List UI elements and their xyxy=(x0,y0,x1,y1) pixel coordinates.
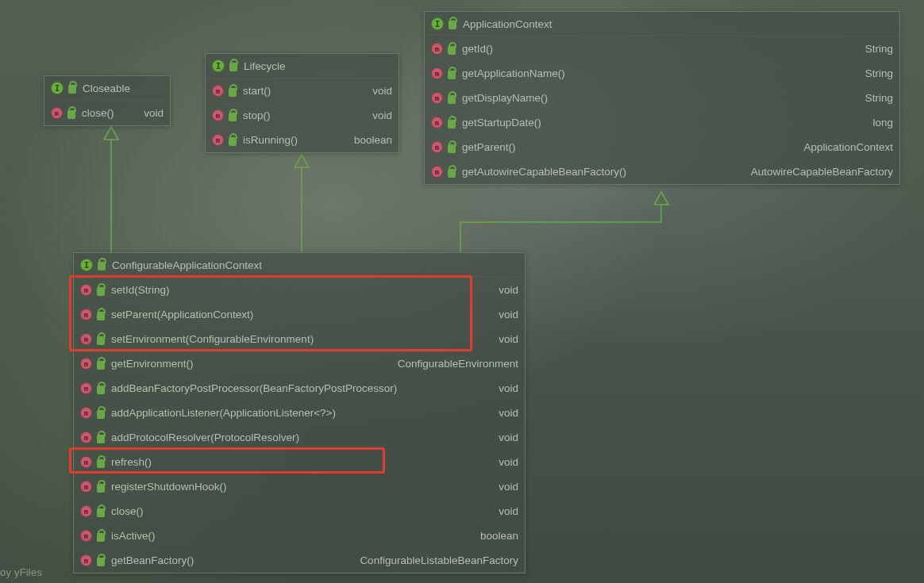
uml-method-row: m close() void xyxy=(44,101,170,125)
interface-icon: I xyxy=(431,17,444,30)
uml-method-name: getId() xyxy=(462,43,856,55)
method-icon: m xyxy=(431,117,443,128)
uml-method-return: String xyxy=(865,67,893,79)
method-icon: m xyxy=(80,407,92,419)
uml-method-name: getBeanFactory() xyxy=(111,554,350,566)
interface-icon: I xyxy=(80,259,93,271)
uml-method-row: m stop() void xyxy=(206,103,398,128)
uml-method-return: ConfigurableListableBeanFactory xyxy=(360,554,518,566)
method-icon: m xyxy=(80,431,92,443)
uml-method-return: void xyxy=(499,431,518,443)
uml-method-row: mregisterShutdownHook()void xyxy=(74,474,525,499)
method-icon: m xyxy=(80,284,92,296)
uml-method-return: void xyxy=(499,481,518,493)
uml-method-row: msetId(String)void xyxy=(74,278,525,302)
method-icon: m xyxy=(80,309,92,320)
lock-icon xyxy=(449,21,456,29)
method-icon: m xyxy=(80,333,92,345)
method-icon: m xyxy=(80,554,92,566)
uml-method-return: void xyxy=(372,85,392,97)
uml-method-return: void xyxy=(144,107,164,119)
lock-icon xyxy=(448,71,456,79)
lock-icon xyxy=(97,385,105,394)
uml-method-return: void xyxy=(499,456,518,468)
uml-title: Lifecycle xyxy=(244,60,392,72)
lock-icon xyxy=(97,533,105,542)
method-icon: m xyxy=(80,481,92,493)
method-icon: m xyxy=(80,505,92,517)
uml-method-return: void xyxy=(499,309,518,320)
lock-icon xyxy=(448,46,456,55)
method-icon: m xyxy=(212,109,224,121)
uml-method-return: AutowireCapableBeanFactory xyxy=(751,166,893,178)
uml-method-return: String xyxy=(865,43,893,55)
method-icon: m xyxy=(80,530,92,542)
interface-icon: I xyxy=(212,59,225,72)
uml-method-return: void xyxy=(499,382,518,394)
uml-method-return: ApplicationContext xyxy=(803,141,893,153)
lock-icon xyxy=(98,262,106,270)
uml-method-row: maddProtocolResolver(ProtocolResolver)vo… xyxy=(74,425,525,450)
uml-box-lifecycle: I Lifecycle m start() void m stop() void… xyxy=(205,53,399,153)
watermark: oy yFiles xyxy=(0,566,42,578)
lock-icon xyxy=(229,137,237,146)
uml-method-return: void xyxy=(499,407,518,419)
lock-icon xyxy=(97,508,105,517)
method-icon: m xyxy=(80,456,92,468)
uml-method-name: getApplicationName() xyxy=(462,67,856,79)
lock-icon xyxy=(448,169,456,178)
method-icon: m xyxy=(431,92,443,104)
uml-method-return: String xyxy=(865,92,893,104)
lock-icon xyxy=(97,558,105,566)
uml-method-name: close() xyxy=(111,505,489,517)
uml-method-row: mgetId()String xyxy=(425,36,899,61)
uml-method-row: mgetBeanFactory()ConfigurableListableBea… xyxy=(74,548,525,573)
uml-method-name: isActive() xyxy=(111,530,471,542)
uml-method-row: mgetApplicationName()String xyxy=(425,61,899,86)
method-icon: m xyxy=(431,141,443,153)
uml-method-row: mgetParent()ApplicationContext xyxy=(425,135,899,159)
lock-icon xyxy=(448,120,456,128)
uml-method-name: setEnvironment(ConfigurableEnvironment) xyxy=(111,333,489,345)
uml-method-name: getEnvironment() xyxy=(111,358,388,370)
lock-icon xyxy=(97,312,105,320)
uml-method-return: ConfigurableEnvironment xyxy=(398,358,518,370)
uml-title: Closeable xyxy=(83,82,164,94)
uml-header-lifecycle: I Lifecycle xyxy=(206,54,398,79)
uml-method-name: getDisplayName() xyxy=(462,92,856,104)
lock-icon xyxy=(97,459,105,468)
uml-method-return: boolean xyxy=(480,530,518,542)
lock-icon xyxy=(97,361,105,370)
uml-method-name: stop() xyxy=(243,109,363,121)
uml-method-return: boolean xyxy=(354,134,392,146)
lock-icon xyxy=(97,336,105,345)
uml-method-name: close() xyxy=(82,107,134,119)
uml-method-return: void xyxy=(499,333,518,345)
uml-method-row: mgetEnvironment()ConfigurableEnvironment xyxy=(74,351,525,376)
lock-icon xyxy=(448,144,456,153)
lock-icon xyxy=(68,85,76,94)
uml-method-name: start() xyxy=(243,85,363,97)
uml-method-row: mgetStartupDate()long xyxy=(425,110,899,135)
uml-method-return: void xyxy=(499,284,518,296)
uml-method-row: msetEnvironment(ConfigurableEnvironment)… xyxy=(74,327,525,351)
uml-header-applicationcontext: I ApplicationContext xyxy=(425,12,899,36)
uml-header-configurableapplicationcontext: I ConfigurableApplicationContext xyxy=(74,253,525,278)
uml-method-name: addBeanFactoryPostProcessor(BeanFactoryP… xyxy=(111,382,489,394)
uml-method-name: registerShutdownHook() xyxy=(111,481,489,493)
lock-icon xyxy=(448,95,456,104)
lock-icon xyxy=(97,410,105,419)
uml-method-name: addApplicationListener(ApplicationListen… xyxy=(111,407,489,419)
uml-method-return: void xyxy=(499,505,518,517)
uml-title: ConfigurableApplicationContext xyxy=(112,259,518,271)
uml-box-configurableapplicationcontext: I ConfigurableApplicationContext msetId(… xyxy=(73,252,526,573)
uml-method-row: m start() void xyxy=(206,79,398,103)
method-icon: m xyxy=(80,358,92,370)
uml-method-row: mgetAutowireCapableBeanFactory()Autowire… xyxy=(425,159,899,184)
uml-method-name: setId(String) xyxy=(111,284,489,296)
uml-title: ApplicationContext xyxy=(463,18,893,30)
uml-method-name: isRunning() xyxy=(243,134,345,146)
method-icon: m xyxy=(431,67,443,79)
uml-method-row: mclose()void xyxy=(74,499,525,524)
uml-method-name: refresh() xyxy=(111,456,489,468)
